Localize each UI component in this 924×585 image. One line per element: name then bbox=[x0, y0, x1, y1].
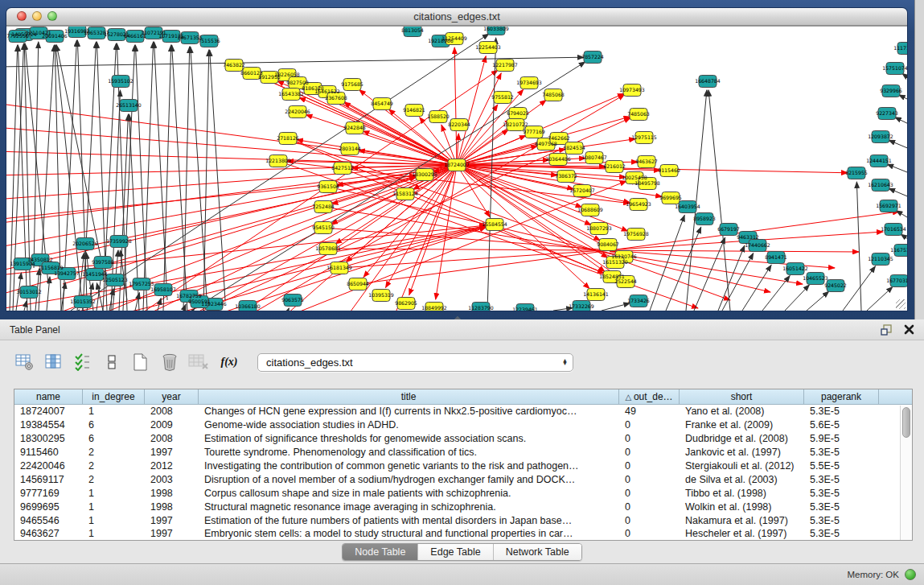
graph-edge[interactable] bbox=[18, 45, 27, 311]
row-height-icon[interactable] bbox=[100, 352, 124, 373]
graph-edge[interactable] bbox=[13, 43, 24, 311]
graph-edge[interactable] bbox=[889, 140, 907, 151]
graph-edge[interactable] bbox=[899, 95, 907, 103]
tab-node-table[interactable]: Node Table bbox=[343, 544, 417, 560]
graph-edge[interactable] bbox=[843, 266, 875, 311]
cell-year: 2008 bbox=[145, 406, 199, 417]
graph-edge[interactable] bbox=[6, 165, 457, 272]
graph-edge[interactable] bbox=[902, 73, 907, 83]
select-rows-check-icon[interactable] bbox=[71, 352, 95, 373]
new-table-icon[interactable] bbox=[129, 352, 153, 373]
graph-edge[interactable] bbox=[895, 117, 907, 127]
table-settings-icon[interactable] bbox=[13, 352, 37, 373]
tab-edge-table[interactable]: Edge Table bbox=[417, 544, 492, 560]
cell-out_de: 0 bbox=[619, 515, 680, 526]
table-row[interactable]: 946554611997Estimation of the future num… bbox=[14, 513, 912, 527]
column-header-short[interactable]: short bbox=[680, 389, 804, 404]
cell-title: Estimation of significance thresholds fo… bbox=[199, 433, 619, 444]
delete-column-icon[interactable] bbox=[158, 352, 182, 373]
graph-edge[interactable] bbox=[807, 291, 829, 311]
memory-status-label: Memory: OK bbox=[847, 570, 899, 579]
column-header-name[interactable]: name bbox=[14, 389, 83, 404]
table-row[interactable]: 911546021997Tourette syndrome. Phenomeno… bbox=[14, 446, 912, 459]
graph-node-label: 12217987 bbox=[492, 62, 518, 68]
delete-table-icon bbox=[187, 352, 211, 373]
graph-edge[interactable] bbox=[686, 90, 707, 311]
table-row[interactable]: 1456911722003Disruption of a novel membe… bbox=[14, 472, 912, 486]
table-row[interactable]: 1830029562008Estimation of significance … bbox=[14, 432, 912, 446]
table-row[interactable]: 1938455462009Genome-wide association stu… bbox=[14, 418, 912, 432]
table-row[interactable]: 946362711997Embryonic stem cells: a mode… bbox=[14, 527, 912, 541]
graph-edge[interactable] bbox=[163, 45, 171, 311]
graph-edge[interactable] bbox=[34, 42, 39, 268]
cell-pagerank: 5.3E-5 bbox=[804, 447, 879, 458]
graph-edge[interactable] bbox=[454, 47, 457, 165]
resize-grip[interactable] bbox=[896, 299, 906, 309]
graph-edge[interactable] bbox=[602, 303, 630, 311]
graph-edge[interactable] bbox=[172, 45, 187, 311]
graph-edge[interactable] bbox=[742, 265, 771, 311]
table-selector-dropdown[interactable]: citations_edges.txt ▲▼ bbox=[257, 353, 573, 372]
column-header-pagerank[interactable]: pagerank bbox=[804, 389, 879, 404]
graph-edge[interactable] bbox=[288, 308, 289, 311]
cell-in_degree: 1 bbox=[83, 488, 145, 499]
column-header-in_degree[interactable]: in_degree bbox=[83, 389, 145, 404]
table-row[interactable]: 977716911998Corpus callosum shape and si… bbox=[14, 486, 912, 500]
cell-title: Corpus callosum shape and size in male p… bbox=[199, 488, 619, 499]
table-row[interactable]: 2242004622012Investigating the contribut… bbox=[14, 459, 912, 473]
graph-edge[interactable] bbox=[10, 45, 18, 311]
select-columns-icon[interactable] bbox=[42, 352, 66, 373]
graph-node-label: 15584554 bbox=[482, 221, 507, 227]
graph-edge[interactable] bbox=[6, 151, 457, 165]
network-window-titlebar[interactable]: citations_edges.txt bbox=[6, 8, 907, 26]
graph-node-label: 9245022 bbox=[824, 282, 847, 288]
graph-edge[interactable] bbox=[25, 43, 48, 284]
cell-name: 9463627 bbox=[14, 528, 83, 539]
graph-edge[interactable] bbox=[6, 127, 457, 165]
graph-edge[interactable] bbox=[210, 50, 225, 300]
graph-edge[interactable] bbox=[436, 165, 457, 299]
graph-edge[interactable] bbox=[56, 45, 103, 268]
network-view-window[interactable]: citations_edges.txt 14055724206914061931… bbox=[6, 8, 907, 311]
table-row[interactable]: 969969511998Structural magnetic resonanc… bbox=[14, 500, 912, 513]
graph-edge[interactable] bbox=[24, 301, 27, 311]
graph-edge[interactable] bbox=[143, 42, 154, 311]
graph-edge[interactable] bbox=[191, 47, 207, 311]
graph-edge[interactable] bbox=[887, 164, 907, 175]
table-panel-title: Table Panel bbox=[10, 324, 869, 336]
graph-edge[interactable] bbox=[224, 227, 487, 311]
cell-short: Stergiakouli et al. (2012) bbox=[680, 460, 804, 472]
graph-edge[interactable] bbox=[24, 43, 31, 311]
column-header-title[interactable]: title bbox=[199, 389, 619, 404]
memory-status-indicator[interactable] bbox=[905, 569, 916, 580]
graph-edge[interactable] bbox=[867, 286, 893, 311]
close-icon[interactable] bbox=[904, 324, 914, 335]
graph-edge[interactable] bbox=[762, 276, 790, 311]
graph-edge[interactable] bbox=[650, 215, 684, 311]
function-builder-icon[interactable]: f(x) bbox=[216, 352, 243, 373]
graph-edge[interactable] bbox=[718, 245, 745, 311]
graph-node-label: 7463822 bbox=[223, 62, 245, 68]
column-header-out_de[interactable]: △ out_de… bbox=[619, 389, 680, 404]
graph-edge[interactable] bbox=[203, 50, 209, 311]
graph-edge[interactable] bbox=[708, 90, 730, 311]
cell-pagerank: 5.9E-5 bbox=[804, 433, 879, 444]
scrollbar-thumb[interactable] bbox=[902, 407, 910, 438]
graph-edge[interactable] bbox=[154, 42, 167, 300]
attribute-table: namein_degreeyeartitle△ out_de…shortpage… bbox=[14, 389, 913, 541]
graph-edge[interactable] bbox=[183, 47, 190, 311]
graph-edge[interactable] bbox=[39, 165, 457, 311]
column-header-year[interactable]: year bbox=[145, 389, 199, 404]
vertical-scrollbar[interactable] bbox=[900, 406, 912, 540]
network-canvas[interactable]: 1405572420691406193169821065328715278021… bbox=[6, 26, 907, 311]
float-window-icon[interactable] bbox=[881, 324, 893, 336]
tab-network-table[interactable]: Network Table bbox=[493, 544, 581, 560]
table-row[interactable]: 1872400712008Changes of HCN gene express… bbox=[14, 405, 912, 418]
graph-edge[interactable] bbox=[901, 234, 907, 244]
graph-edge[interactable] bbox=[889, 188, 907, 200]
graph-edge[interactable] bbox=[896, 211, 907, 222]
graph-edge[interactable] bbox=[785, 285, 809, 311]
citation-network-graph[interactable]: 1405572420691406193169821065328715278021… bbox=[6, 27, 907, 311]
graph-edge[interactable] bbox=[694, 237, 725, 311]
graph-node-label: 1824534 bbox=[563, 145, 585, 150]
